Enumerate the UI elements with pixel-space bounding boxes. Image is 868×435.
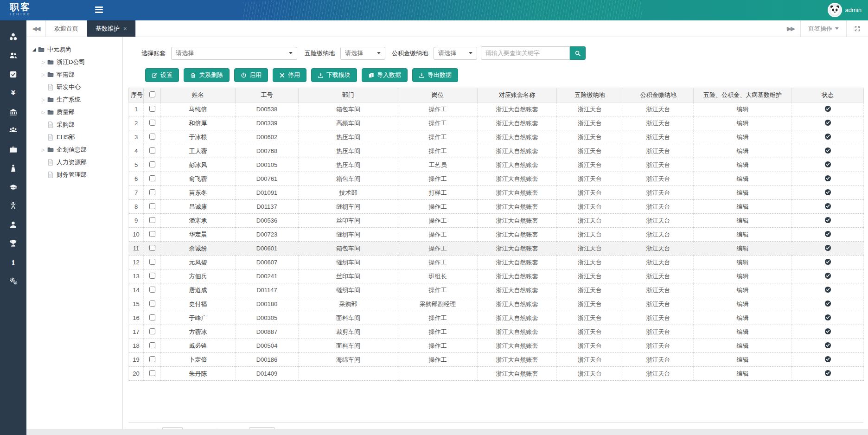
tree-node-2[interactable]: ▷浙江D公司 bbox=[29, 56, 120, 68]
tree-node-6[interactable]: ▷质量部 bbox=[29, 106, 120, 118]
row-checkbox[interactable] bbox=[149, 370, 155, 376]
tree-node-8[interactable]: EHS部 bbox=[29, 131, 120, 143]
row-checkbox[interactable] bbox=[149, 259, 155, 265]
first-page-button[interactable]: |◀ bbox=[130, 427, 141, 429]
fund-place-select[interactable]: 请选择 bbox=[434, 47, 477, 60]
edit-link[interactable]: 编辑 bbox=[737, 301, 749, 307]
row-checkbox[interactable] bbox=[149, 217, 155, 223]
tree-collapse-icon[interactable]: ◢ bbox=[31, 47, 37, 52]
tree-node-3[interactable]: ▷军需部 bbox=[29, 68, 120, 81]
toolbar-button-trash[interactable]: 关系删除 bbox=[184, 68, 230, 82]
sidebar-briefcase-nav[interactable] bbox=[8, 145, 19, 154]
tree-node-7[interactable]: 采购部 bbox=[29, 118, 120, 131]
toolbar-button-x[interactable]: 停用 bbox=[273, 68, 306, 82]
tab-operations-dropdown[interactable]: 页签操作 bbox=[800, 20, 846, 37]
tree-expand-icon[interactable]: ▷ bbox=[40, 97, 46, 102]
tree-expand-icon[interactable]: ▷ bbox=[40, 60, 46, 64]
row-checkbox[interactable] bbox=[149, 231, 155, 237]
close-tab-icon[interactable]: × bbox=[123, 26, 127, 32]
tree-node-9[interactable]: ▷企划信息部 bbox=[29, 143, 120, 156]
keyword-search-input[interactable] bbox=[481, 46, 570, 60]
edit-link[interactable]: 编辑 bbox=[737, 356, 749, 363]
row-checkbox[interactable] bbox=[149, 273, 155, 279]
edit-link[interactable]: 编辑 bbox=[737, 259, 749, 266]
sidebar-podium-nav[interactable] bbox=[8, 164, 19, 173]
edit-link[interactable]: 编辑 bbox=[737, 189, 749, 196]
sidebar-yen-nav[interactable]: ¥ bbox=[8, 89, 19, 98]
toolbar-button-export[interactable]: 导出数据 bbox=[412, 68, 458, 82]
next-page-button[interactable]: ▶▶ bbox=[222, 427, 233, 429]
tab-1[interactable]: 欢迎首页 bbox=[46, 20, 87, 37]
row-checkbox[interactable] bbox=[149, 106, 155, 112]
edit-link[interactable]: 编辑 bbox=[737, 161, 749, 168]
account-select[interactable]: 请选择 bbox=[171, 47, 297, 60]
edit-link[interactable]: 编辑 bbox=[737, 287, 749, 294]
edit-link[interactable]: 编辑 bbox=[737, 217, 749, 224]
toolbar-button-import[interactable]: 导入数据 bbox=[362, 68, 408, 82]
row-checkbox[interactable] bbox=[149, 203, 155, 209]
row-checkbox[interactable] bbox=[149, 356, 155, 362]
search-button[interactable] bbox=[570, 46, 586, 60]
row-checkbox[interactable] bbox=[149, 120, 155, 126]
edit-link[interactable]: 编辑 bbox=[737, 203, 749, 210]
edit-link[interactable]: 编辑 bbox=[737, 273, 749, 280]
tabs-scroll-left-button[interactable]: ◀◀ bbox=[26, 20, 46, 37]
edit-link[interactable]: 编辑 bbox=[737, 328, 749, 335]
edit-link[interactable]: 编辑 bbox=[737, 370, 749, 377]
row-checkbox[interactable] bbox=[149, 161, 155, 167]
sidebar-cubes-nav[interactable] bbox=[8, 32, 19, 41]
last-page-button[interactable]: ▶| bbox=[233, 427, 244, 429]
page-number-input[interactable] bbox=[162, 427, 183, 429]
edit-link[interactable]: 编辑 bbox=[737, 314, 749, 321]
toolbar-button-download[interactable]: 下载模块 bbox=[311, 68, 357, 82]
tree-expand-icon[interactable]: ▷ bbox=[40, 72, 46, 77]
edit-link[interactable]: 编辑 bbox=[737, 231, 749, 238]
toolbar-button-edit[interactable]: 设置 bbox=[145, 68, 179, 82]
menu-toggle-icon[interactable] bbox=[95, 6, 104, 14]
sidebar-trophy-nav[interactable] bbox=[8, 239, 19, 248]
fullscreen-button[interactable] bbox=[846, 20, 868, 37]
sidebar-check-square-nav[interactable] bbox=[8, 70, 19, 79]
sidebar-user-nav[interactable] bbox=[8, 220, 19, 229]
row-checkbox[interactable] bbox=[149, 175, 155, 181]
tab-2[interactable]: 基数维护× bbox=[87, 20, 136, 37]
row-checkbox[interactable] bbox=[149, 301, 155, 307]
page-size-select[interactable]: 20 bbox=[249, 427, 275, 429]
toolbar-button-power[interactable]: 启用 bbox=[234, 68, 268, 82]
tree-node-10[interactable]: 人力资源部 bbox=[29, 156, 120, 168]
sidebar-bank-nav[interactable] bbox=[8, 107, 19, 116]
sidebar-users-nav[interactable] bbox=[8, 51, 19, 60]
tree-node-4[interactable]: 研发中心 bbox=[29, 81, 120, 93]
tabs-scroll-right-button[interactable]: ▶▶ bbox=[781, 20, 800, 37]
sidebar-graduation-nav[interactable] bbox=[8, 182, 19, 192]
edit-link[interactable]: 编辑 bbox=[737, 245, 749, 252]
row-checkbox[interactable] bbox=[149, 134, 155, 140]
brand-logo[interactable]: 职客 IZHIKE bbox=[6, 2, 32, 16]
row-checkbox[interactable] bbox=[149, 328, 155, 334]
select-all-checkbox[interactable] bbox=[149, 91, 155, 97]
tree-node-11[interactable]: 财务管理部 bbox=[29, 168, 120, 181]
row-checkbox[interactable] bbox=[149, 314, 155, 320]
row-checkbox[interactable] bbox=[149, 287, 155, 293]
row-checkbox[interactable] bbox=[149, 342, 155, 348]
user-avatar[interactable] bbox=[828, 3, 842, 17]
row-checkbox[interactable] bbox=[149, 147, 155, 154]
insurance-place-select[interactable]: 请选择 bbox=[340, 47, 385, 60]
prev-page-button[interactable]: ◀◀ bbox=[141, 427, 153, 429]
sidebar-gears-nav[interactable] bbox=[8, 276, 19, 286]
tree-node-1[interactable]: ◢中元易尚 bbox=[29, 43, 120, 56]
row-checkbox[interactable] bbox=[149, 189, 155, 195]
sidebar-cheer-nav[interactable] bbox=[8, 201, 19, 211]
edit-link[interactable]: 编辑 bbox=[737, 342, 749, 349]
edit-link[interactable]: 编辑 bbox=[737, 106, 749, 113]
tree-node-5[interactable]: ▷生产系统 bbox=[29, 93, 120, 106]
edit-link[interactable]: 编辑 bbox=[737, 147, 749, 154]
sidebar-info-nav[interactable]: i bbox=[8, 257, 19, 267]
edit-link[interactable]: 编辑 bbox=[737, 134, 749, 141]
edit-link[interactable]: 编辑 bbox=[737, 175, 749, 182]
edit-link[interactable]: 编辑 bbox=[737, 120, 749, 127]
tree-expand-icon[interactable]: ▷ bbox=[40, 147, 46, 152]
tree-expand-icon[interactable]: ▷ bbox=[40, 110, 46, 115]
row-checkbox[interactable] bbox=[149, 245, 155, 251]
sidebar-team-nav[interactable] bbox=[8, 126, 19, 135]
